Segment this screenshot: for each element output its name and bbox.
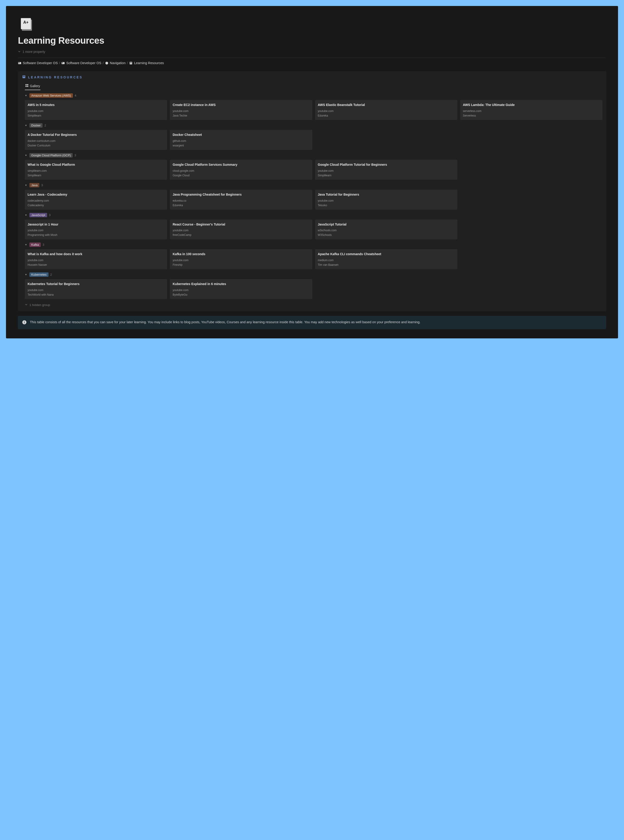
card-grid: What is Kafka and how does it workyoutub… [25,249,602,269]
svg-point-7 [105,62,108,64]
gallery-card[interactable]: Google Cloud Platform Tutorial for Begin… [315,160,457,180]
view-tab-gallery[interactable]: Gallery [25,83,40,90]
gallery-card[interactable]: JavaScript Tutorialw3schools.comW3School… [315,219,457,239]
card-source: Serverless [463,114,600,117]
card-url: medium.com [318,259,455,262]
card-grid: Learn Java - Codecademycodecademy.comCod… [25,190,602,210]
group-count: 3 [41,184,43,187]
card-icon [61,62,65,65]
gallery-card[interactable]: Kubernetes Explained in 6 minutesyoutube… [170,279,312,299]
gallery-card[interactable]: Apache Kafka CLI commands Cheatsheetmedi… [315,249,457,269]
card-source: wsargent [173,144,309,147]
card-url: simplilearn.com [28,169,164,172]
card-title: Kubernetes Tutorial for Beginners [28,282,164,286]
gallery-card[interactable]: AWS in 5 minutesyoutube.comSimplilearn [25,100,167,120]
svg-text:A+: A+ [23,20,28,25]
card-source: Java Techie [173,114,309,117]
gallery-card[interactable]: Google Cloud Platform Services Summarycl… [170,160,312,180]
gallery-card[interactable]: Create EC2 instance in AWSyoutube.comJav… [170,100,312,120]
card-url: cloud.google.com [173,169,309,172]
group-tag: Docker [29,123,43,128]
card-title: React Course - Beginner's Tutorial [173,222,309,227]
group-header[interactable]: ▼Kubernetes2 [25,272,602,277]
card-source: Simplilearn [318,174,455,177]
card-grid: Javascript in 1 Houryoutube.comProgrammi… [25,219,602,239]
gallery-card[interactable]: A Docker Tutorial For Beginnersdocker-cu… [25,130,167,150]
card-source: Tim van Baarsen [318,263,455,266]
svg-rect-13 [23,77,25,77]
card-source: TechWorld with Nana [28,293,164,296]
breadcrumb-label: Software Developer OS [66,61,101,65]
card-grid: A Docker Tutorial For Beginnersdocker-cu… [25,130,602,150]
more-properties-toggle[interactable]: 1 more property [18,50,606,54]
group-header[interactable]: ▼Docker2 [25,123,602,128]
group-header[interactable]: ▼Kafka3 [25,242,602,247]
svg-point-20 [24,321,25,321]
page-icon: A+ [18,15,36,33]
gallery-card[interactable]: React Course - Beginner's Tutorialyoutub… [170,219,312,239]
group-count: 3 [43,243,44,246]
card-source: Programming with Mosh [28,233,164,236]
card-icon [18,62,22,65]
card-title: Kubernetes Explained in 6 minutes [173,282,309,286]
card-url: youtube.com [173,289,309,292]
svg-rect-16 [26,86,27,87]
breadcrumb-item[interactable]: Navigation [105,61,126,65]
breadcrumb-label: Software Developer OS [23,61,58,65]
hidden-groups-toggle[interactable]: 1 hidden group [22,303,602,307]
card-source: Hussein Nasser [28,263,164,266]
info-icon [22,320,27,326]
card-url: youtube.com [173,110,309,113]
gallery-card[interactable]: Docker Cheatsheetgithub.comwsargent [170,130,312,150]
svg-rect-15 [27,84,28,85]
card-url: codecademy.com [28,199,164,202]
gallery-card[interactable]: Java Tutorial for Beginnersyoutube.comTe… [315,190,457,210]
card-source: ByteByteGo [173,293,309,296]
group-tag: JavaScript [29,213,47,217]
group-header[interactable]: ▼Google Cloud Platform (GCP)3 [25,153,602,158]
group-header[interactable]: ▼Amazon Web Services (AWS)4 [25,93,602,98]
card-url: youtube.com [28,110,164,113]
gallery-card[interactable]: Javascript in 1 Houryoutube.comProgrammi… [25,219,167,239]
card-url: w3schools.com [318,229,455,232]
card-title: JavaScript Tutorial [318,222,455,227]
svg-rect-10 [130,63,132,63]
gallery-card[interactable]: What is Kafka and how does it workyoutub… [25,249,167,269]
triangle-down-icon: ▼ [25,124,28,127]
breadcrumb-label: Navigation [110,61,126,65]
gallery-card[interactable]: What is Google Cloud Platformsimplilearn… [25,160,167,180]
book-icon [129,62,133,65]
card-grid: Kubernetes Tutorial for Beginnersyoutube… [25,279,602,299]
hidden-groups-label: 1 hidden group [29,303,50,307]
card-url: docker-curriculum.com [28,139,164,142]
gallery-card[interactable]: Learn Java - Codecademycodecademy.comCod… [25,190,167,210]
group-header[interactable]: ▼Java3 [25,183,602,187]
svg-rect-5 [62,62,65,64]
breadcrumb-separator: / [103,61,103,65]
breadcrumb-item[interactable]: Learning Resources [129,61,164,65]
gallery-card[interactable]: Kafka in 100 secondsyoutube.comFireship [170,249,312,269]
card-source: Fireship [173,263,309,266]
card-title: Learn Java - Codecademy [28,192,164,197]
chevron-down-icon [25,303,28,307]
group-header[interactable]: ▼JavaScript3 [25,213,602,217]
breadcrumb-separator: / [127,61,128,65]
card-source: Edureka [318,114,455,117]
svg-rect-3 [18,62,21,64]
card-title: Java Tutorial for Beginners [318,192,455,197]
group-tag: Kubernetes [29,272,48,277]
gallery-card[interactable]: Kubernetes Tutorial for Beginnersyoutube… [25,279,167,299]
gallery-card[interactable]: AWS Elastic Beanstalk Tutorialyoutube.co… [315,100,457,120]
card-grid: AWS in 5 minutesyoutube.comSimplilearnCr… [25,100,602,120]
gallery-card[interactable]: AWS Lambda: The Ultimate Guideserverless… [460,100,602,120]
group-count: 4 [75,94,76,97]
more-properties-label: 1 more property [23,50,45,54]
gallery-card[interactable]: Java Programming Cheatsheet for Beginner… [170,190,312,210]
database-title-row[interactable]: LEARNING RESOURCES [22,75,602,79]
breadcrumb-item[interactable]: Software Developer OS [61,61,101,65]
card-url: youtube.com [318,199,455,202]
svg-rect-4 [19,63,20,63]
breadcrumb-item[interactable]: Software Developer OS [18,61,58,65]
breadcrumb: Software Developer OS / Software Develop… [18,61,606,65]
breadcrumb-separator: / [59,61,60,65]
